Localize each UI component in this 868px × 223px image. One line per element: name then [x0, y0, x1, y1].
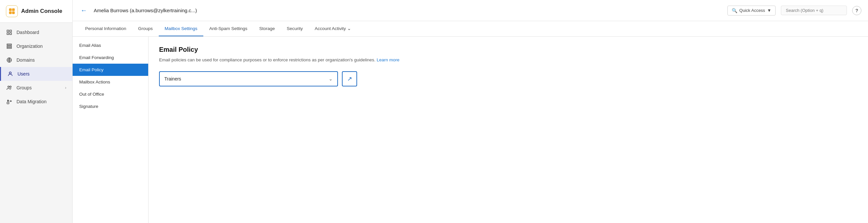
app-logo	[6, 5, 18, 17]
subnav-out-of-office[interactable]: Out of Office	[72, 88, 148, 100]
domains-icon	[6, 57, 12, 63]
svg-rect-1	[12, 8, 14, 11]
groups-icon	[6, 85, 12, 91]
policy-select-label: Trainers	[164, 76, 329, 82]
sidebar-item-label: Dashboard	[17, 30, 39, 35]
svg-rect-2	[9, 11, 11, 14]
user-label: Amelia Burrows (a.burrows@zylkertraining…	[94, 8, 722, 13]
tab-groups[interactable]: Groups	[132, 22, 159, 36]
svg-rect-9	[7, 46, 11, 47]
sidebar-nav: Dashboard Organization Domains	[0, 23, 72, 111]
page-title: Email Policy	[159, 46, 858, 54]
main-area: ← Amelia Burrows (a.burrows@zylkertraini…	[72, 0, 868, 223]
sidebar-item-label: Groups	[17, 85, 32, 90]
sidebar-item-groups[interactable]: Groups ›	[0, 81, 72, 95]
policy-select[interactable]: Trainers ⌄	[159, 71, 338, 87]
users-icon	[7, 71, 13, 77]
search-icon: 🔍	[732, 8, 737, 13]
tab-security[interactable]: Security	[281, 22, 309, 36]
external-link-icon: ↗	[347, 75, 352, 83]
subnav-email-policy[interactable]: Email Policy	[72, 64, 148, 76]
tab-activity-label: Account Activity	[315, 26, 346, 31]
subnav-signature[interactable]: Signature	[72, 100, 148, 113]
sidebar-item-data-migration[interactable]: Data Migration	[0, 95, 72, 108]
search-input[interactable]	[781, 6, 847, 15]
back-button[interactable]: ←	[79, 5, 88, 15]
tab-personal[interactable]: Personal Information	[79, 22, 132, 36]
quick-access-button[interactable]: 🔍 Quick Access ▼	[727, 6, 776, 15]
svg-rect-15	[7, 102, 9, 104]
subnav-mailbox-actions[interactable]: Mailbox Actions	[72, 76, 148, 88]
sidebar-item-dashboard[interactable]: Dashboard	[0, 25, 72, 39]
svg-rect-6	[7, 33, 8, 35]
quick-access-label: Quick Access	[739, 8, 765, 13]
panel: Email Policy Email policies can be used …	[149, 37, 868, 223]
tab-storage[interactable]: Storage	[253, 22, 281, 36]
subnav-email-forwarding[interactable]: Email Forwarding	[72, 52, 148, 64]
svg-point-14	[10, 86, 11, 88]
policy-link-button[interactable]: ↗	[342, 71, 357, 87]
dashboard-icon	[6, 29, 12, 36]
tab-antispam[interactable]: Anti-Spam Settings	[203, 22, 253, 36]
subnav: Email Alias Email Forwarding Email Polic…	[72, 37, 149, 223]
policy-row: Trainers ⌄ ↗	[159, 71, 357, 87]
chevron-down-icon: ▼	[767, 8, 771, 13]
tab-mailbox[interactable]: Mailbox Settings	[159, 22, 203, 36]
chevron-right-icon: ›	[65, 86, 66, 90]
migration-icon	[6, 98, 12, 105]
sidebar-item-domains[interactable]: Domains	[0, 53, 72, 67]
svg-rect-3	[12, 11, 14, 14]
topbar: ← Amelia Burrows (a.burrows@zylkertraini…	[72, 0, 868, 21]
learn-more-link[interactable]: Learn more	[377, 57, 399, 62]
svg-rect-10	[7, 47, 11, 49]
svg-rect-0	[9, 8, 11, 11]
svg-point-12	[9, 72, 11, 74]
svg-rect-8	[7, 44, 11, 45]
help-button[interactable]: ?	[852, 6, 861, 15]
sidebar-title: Admin Console	[21, 8, 62, 14]
svg-rect-4	[7, 30, 8, 32]
sidebar: Admin Console Dashboard Organization	[0, 0, 72, 223]
subnav-email-alias[interactable]: Email Alias	[72, 39, 148, 52]
svg-rect-7	[10, 33, 11, 35]
sidebar-header: Admin Console	[0, 0, 72, 23]
svg-point-13	[8, 86, 9, 88]
tab-bar: Personal Information Groups Mailbox Sett…	[72, 21, 868, 37]
panel-description: Email policies can be used for complianc…	[159, 57, 858, 63]
organization-icon	[6, 43, 12, 50]
sidebar-item-label: Domains	[17, 57, 35, 63]
svg-rect-5	[10, 30, 11, 32]
tab-activity[interactable]: Account Activity ⌄	[309, 21, 358, 36]
sidebar-item-label: Users	[18, 71, 30, 76]
chevron-down-icon: ⌄	[329, 76, 333, 82]
chevron-down-icon: ⌄	[347, 26, 351, 31]
content-area: Email Alias Email Forwarding Email Polic…	[72, 37, 868, 223]
sidebar-item-label: Data Migration	[17, 99, 46, 104]
sidebar-item-users[interactable]: Users	[0, 67, 72, 81]
sidebar-item-label: Organization	[17, 43, 42, 49]
sidebar-item-organization[interactable]: Organization	[0, 39, 72, 53]
